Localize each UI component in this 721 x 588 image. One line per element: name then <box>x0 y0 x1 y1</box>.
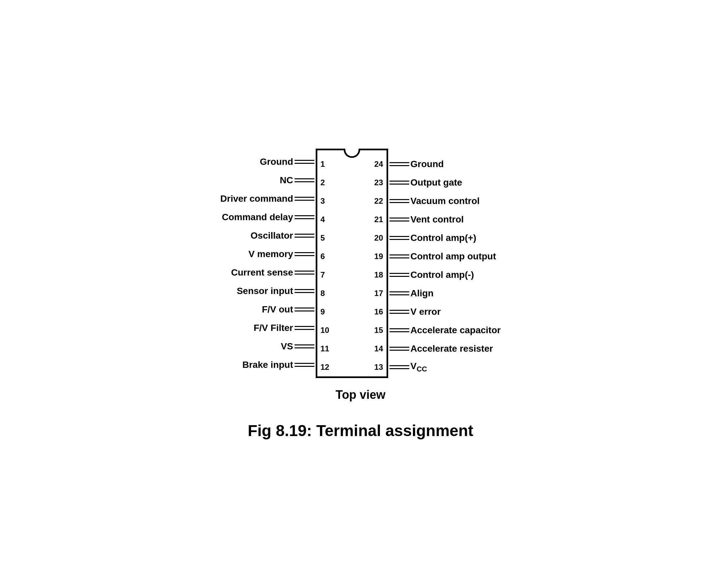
pin-row-23: Output gate <box>388 173 462 192</box>
pin-label-13: VCC <box>410 361 427 374</box>
pin-row-13: VCC <box>388 358 427 376</box>
wire-15 <box>389 328 409 332</box>
pin-row-9: F/V out <box>262 300 316 319</box>
pin-row-19: Control amp output <box>388 247 496 266</box>
left-pins: Ground NC Driver command Command delay O… <box>220 153 316 374</box>
wire-16 <box>389 310 409 314</box>
ic-pin-num-14: 14 <box>374 344 383 353</box>
wire-17 <box>389 291 409 295</box>
pin-label-16: V error <box>410 307 441 317</box>
pin-row-14: Accelerate resister <box>388 339 493 358</box>
pin-row-18: Control amp(-) <box>388 266 474 284</box>
pin-label-5: Oscillator <box>251 230 293 241</box>
wire-12 <box>295 363 314 367</box>
ic-pin-num-20: 20 <box>374 233 383 243</box>
pin-label-17: Align <box>410 288 434 299</box>
wire-2 <box>295 178 314 182</box>
pin-row-4: Command delay <box>222 208 315 227</box>
pin-row-5: Oscillator <box>251 227 315 245</box>
ic-pin-num-9: 9 <box>321 307 325 316</box>
wire-18 <box>389 273 409 277</box>
ic-pin-num-10: 10 <box>321 326 330 335</box>
ic-body-row-2: 2 23 <box>317 173 386 192</box>
ic-body-row-12: 12 13 <box>317 358 386 376</box>
top-view-label: Top view <box>336 388 385 402</box>
ic-pin-num-19: 19 <box>374 252 383 261</box>
pin-label-20: Control amp(+) <box>410 233 476 243</box>
wire-9 <box>295 308 314 312</box>
ic-body-row-10: 10 15 <box>317 321 386 339</box>
ic-pin-num-4: 4 <box>321 215 325 224</box>
wire-10 <box>295 326 314 330</box>
wire-14 <box>389 347 409 351</box>
ic-pin-num-2: 2 <box>321 178 325 187</box>
pin-row-24: Ground <box>388 155 444 173</box>
pin-label-8: Sensor input <box>237 286 293 296</box>
figure-title: Fig 8.19: Terminal assignment <box>248 422 473 440</box>
pin-row-7: Current sense <box>231 264 315 282</box>
ic-pin-num-23: 23 <box>374 178 383 187</box>
ic-body-row-8: 8 17 <box>317 284 386 302</box>
wire-24 <box>389 162 409 166</box>
pin-row-12: Brake input <box>242 356 315 374</box>
ic-body-row-5: 5 20 <box>317 229 386 247</box>
pin-label-7: Current sense <box>231 267 293 278</box>
pin-label-24: Ground <box>410 159 444 169</box>
pin-label-2: NC <box>280 175 293 186</box>
pin-label-14: Accelerate resister <box>410 343 493 354</box>
pin-row-3: Driver command <box>220 190 316 208</box>
ic-body: 1 24 2 23 3 22 4 21 5 20 6 19 <box>316 149 388 378</box>
ic-body-row-3: 3 22 <box>317 192 386 210</box>
wire-21 <box>389 217 409 222</box>
ic-pin-num-5: 5 <box>321 233 325 243</box>
wire-13 <box>389 365 409 369</box>
ic-pin-num-13: 13 <box>374 362 383 372</box>
ic-pin-num-8: 8 <box>321 289 325 298</box>
pin-label-6: V memory <box>249 249 293 259</box>
wire-23 <box>389 181 409 185</box>
ic-pin-num-16: 16 <box>374 307 383 316</box>
wire-4 <box>295 215 314 219</box>
pin-label-1: Ground <box>260 156 293 167</box>
pin-label-15: Accelerate capacitor <box>410 325 501 336</box>
pin-row-2: NC <box>280 171 315 190</box>
ic-body-row-4: 4 21 <box>317 210 386 229</box>
ic-body-row-11: 11 14 <box>317 339 386 358</box>
wire-8 <box>295 289 314 293</box>
ic-pin-num-6: 6 <box>321 252 325 261</box>
pin-row-10: F/V Filter <box>254 319 316 337</box>
ic-body-row-7: 7 18 <box>317 266 386 284</box>
diagram-container: Ground NC Driver command Command delay O… <box>179 149 542 440</box>
ic-pin-num-18: 18 <box>374 270 383 279</box>
pin-row-22: Vacuum control <box>388 192 480 210</box>
pin-row-1: Ground <box>260 153 315 171</box>
pin-row-17: Align <box>388 284 434 302</box>
wire-6 <box>295 252 314 256</box>
pin-row-16: V error <box>388 302 441 321</box>
pin-label-4: Command delay <box>222 212 293 223</box>
ic-pin-num-24: 24 <box>374 160 383 169</box>
right-pins: Ground Output gate Vacuum control Vent c… <box>388 150 501 376</box>
ic-pin-num-17: 17 <box>374 289 383 298</box>
pin-label-18: Control amp(-) <box>410 270 474 280</box>
ic-body-row-9: 9 16 <box>317 302 386 321</box>
pin-row-20: Control amp(+) <box>388 229 476 247</box>
pin-label-23: Output gate <box>410 177 462 188</box>
ic-pin-num-15: 15 <box>374 326 383 335</box>
ic-pin-num-3: 3 <box>321 196 325 206</box>
ic-section: Ground NC Driver command Command delay O… <box>179 149 542 378</box>
pin-label-21: Vent control <box>410 214 464 225</box>
pin-label-10: F/V Filter <box>254 323 293 333</box>
pin-label-9: F/V out <box>262 304 293 315</box>
wire-7 <box>295 271 314 275</box>
ic-pin-num-7: 7 <box>321 270 325 279</box>
wire-11 <box>295 344 314 349</box>
ic-pin-num-21: 21 <box>374 215 383 224</box>
pin-label-19: Control amp output <box>410 251 496 262</box>
ic-pin-num-22: 22 <box>374 196 383 206</box>
ic-pin-num-1: 1 <box>321 160 325 169</box>
wire-5 <box>295 234 314 238</box>
wire-19 <box>389 254 409 258</box>
wire-3 <box>295 197 314 201</box>
pin-label-22: Vacuum control <box>410 196 480 206</box>
